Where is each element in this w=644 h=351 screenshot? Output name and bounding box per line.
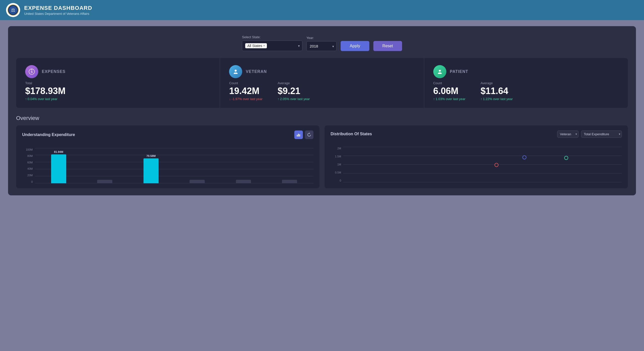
app-logo: ⚖ — [6, 3, 20, 17]
bar-6-rect — [282, 180, 297, 183]
y-label-60m: 60M — [27, 161, 33, 164]
scatter-gridlines — [343, 147, 622, 182]
expenses-icon: $ — [25, 65, 38, 78]
sg-3 — [343, 164, 622, 165]
year-select-wrapper: 2016 2017 2018 2019 2020 ▾ — [306, 41, 337, 51]
svg-point-6 — [439, 70, 441, 72]
filter-row: Select State: All States × ▾ Year: 2016 — [16, 33, 628, 56]
veteran-count-label: Count — [229, 81, 262, 85]
reset-button[interactable]: Reset — [373, 41, 402, 51]
bar-chart-y-labels: 100M 80M 60M 40M 20M 0 — [22, 148, 35, 183]
distribution-chart-title: Distribution Of States — [331, 132, 372, 136]
bar-5 — [222, 179, 265, 183]
veteran-filter-select[interactable]: Veteran Patient — [557, 130, 579, 138]
patient-count-block: Count 6.06M ↑ 1.03% over last year — [433, 81, 466, 101]
expenditure-chart-card: Understanding Expenditure — [16, 125, 319, 188]
veteran-count-change-arrow: ↓ — [229, 97, 231, 101]
patient-section: PATIENT Count 6.06M ↑ 1.03% over last ye… — [424, 58, 628, 108]
bar-6 — [268, 179, 311, 183]
patient-label: PATIENT — [450, 69, 468, 74]
overview-title: Overview — [16, 115, 628, 121]
expenses-values: Total $178.93M ↑ 0.04% over last year — [25, 81, 211, 101]
bar-1-label: 81.94M — [54, 150, 63, 153]
svg-rect-10 — [298, 134, 299, 137]
bars-row: 81.94M 70.58M — [35, 148, 313, 183]
patient-count-change: ↑ 1.03% over last year — [433, 97, 466, 101]
app-header: ⚖ EXPENSE DASHBOARD United States Depart… — [0, 0, 644, 20]
patient-avg-value: $11.64 — [481, 86, 513, 96]
dashboard-card: Select State: All States × ▾ Year: 2016 — [8, 26, 636, 195]
veteran-header: VETERAN — [229, 65, 415, 78]
scatter-y-labels: 2M 1.5M 1M 0.5M 0 — [331, 147, 343, 182]
expenses-header: $ EXPENSES — [25, 65, 211, 78]
scatter-y-0: 0 — [340, 179, 341, 182]
expenses-section: $ EXPENSES Total $178.93M ↑ 0.04% over l… — [16, 58, 220, 108]
logo-emblem: ⚖ — [8, 5, 19, 16]
expenses-total-label: Total — [25, 81, 65, 85]
expenses-total-block: Total $178.93M ↑ 0.04% over last year — [25, 81, 65, 101]
bar-chart-btn[interactable] — [294, 130, 303, 139]
bar-3-label: 70.58M — [146, 154, 156, 157]
patient-values: Count 6.06M ↑ 1.03% over last year Avera… — [433, 81, 619, 101]
bar-chart-icon — [297, 133, 301, 137]
bar-3-rect — [144, 158, 159, 183]
y-label-0: 0 — [31, 180, 33, 183]
scatter-dot-2 — [564, 156, 568, 160]
veteran-avg-change: ↑ 2.05% over last year — [278, 97, 310, 101]
scatter-y-05m: 0.5M — [335, 171, 341, 174]
veteran-section: VETERAN Count 19.42M ↓ -1.97% over last … — [220, 58, 424, 108]
state-filter-group: Select State: All States × ▾ — [242, 35, 302, 51]
sg-2 — [343, 156, 622, 156]
patient-count-change-text: 1.03% over last year — [436, 97, 466, 101]
veteran-icon — [229, 65, 242, 78]
patient-count-label: Count — [433, 81, 466, 85]
veteran-avg-block: Average $9.21 ↑ 2.05% over last year — [278, 81, 310, 101]
y-label-40m: 40M — [27, 167, 33, 170]
veteran-count-change: ↓ -1.97% over last year — [229, 97, 262, 101]
patient-avg-block: Average $11.64 ↑ 1.22% over last year — [481, 81, 513, 101]
bar-chart-bars-container: 81.94M 70.58M — [35, 148, 313, 183]
main-wrapper: Select State: All States × ▾ Year: 2016 — [0, 20, 644, 201]
state-label: Select State: — [242, 35, 302, 39]
y-label-80m: 80M — [27, 154, 33, 157]
apply-button[interactable]: Apply — [341, 41, 369, 51]
expenses-label: EXPENSES — [42, 69, 65, 74]
veteran-avg-value: $9.21 — [278, 86, 310, 96]
refresh-icon — [307, 133, 311, 137]
expenditure-filter-select[interactable]: Total Expenditure Average Expenditure — [581, 130, 622, 138]
veteran-count-value: 19.42M — [229, 86, 262, 96]
veteran-svg-icon — [232, 68, 239, 75]
patient-avg-change: ↑ 1.22% over last year — [481, 97, 513, 101]
patient-svg-icon — [437, 68, 443, 75]
svg-point-5 — [235, 70, 237, 72]
app-subtitle: United States Department of Veterans Aff… — [24, 12, 92, 16]
bar-4-rect — [190, 180, 205, 183]
state-tag: All States × — [245, 43, 267, 48]
state-tag-label: All States — [247, 44, 262, 48]
expenses-svg-icon: $ — [28, 68, 35, 75]
veteran-avg-change-text: 2.05% over last year — [280, 97, 310, 101]
svg-text:⚖: ⚖ — [11, 8, 15, 13]
scatter-plot-container — [343, 147, 622, 182]
year-select[interactable]: 2016 2017 2018 2019 2020 — [306, 41, 337, 51]
expenses-change-arrow: ↑ — [25, 97, 27, 101]
expenditure-chart-title: Understanding Expenditure — [22, 133, 75, 137]
stats-card: $ EXPENSES Total $178.93M ↑ 0.04% over l… — [16, 58, 628, 108]
patient-header: PATIENT — [433, 65, 619, 78]
distribution-chart-card: Distribution Of States Veteran Patient ▾ — [325, 125, 628, 188]
state-tag-remove[interactable]: × — [263, 44, 265, 48]
svg-rect-9 — [297, 135, 298, 137]
patient-avg-change-text: 1.22% over last year — [483, 97, 513, 101]
state-select-wrapper: All States × ▾ — [242, 40, 302, 51]
bar-2-rect — [97, 180, 112, 183]
expenses-change-text: 0.04% over last year — [28, 97, 58, 101]
expenditure-chart-header: Understanding Expenditure — [22, 130, 313, 139]
svg-rect-11 — [299, 134, 300, 137]
svg-text:$: $ — [31, 70, 33, 74]
refresh-chart-btn[interactable] — [305, 130, 313, 139]
overview-grid: Understanding Expenditure — [16, 125, 628, 188]
veteran-values: Count 19.42M ↓ -1.97% over last year Ave… — [229, 81, 415, 101]
app-title: EXPENSE DASHBOARD — [24, 5, 92, 11]
bar-3: 70.58M — [130, 154, 172, 183]
state-select[interactable]: All States × — [242, 40, 302, 51]
